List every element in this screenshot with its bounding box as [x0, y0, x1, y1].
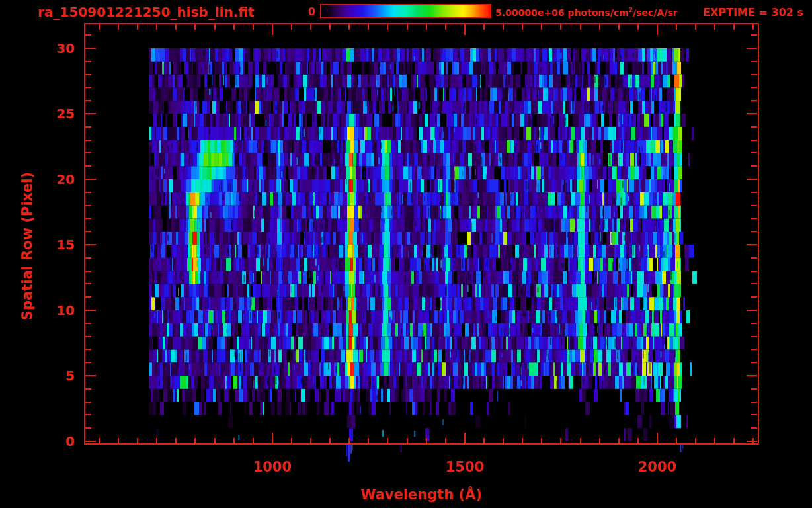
x-axis-title: Wavelength (Å) [360, 487, 482, 503]
y-tick-label: 20 [56, 171, 75, 187]
y-tick-label: 5 [65, 368, 75, 384]
colorbar-units: photons/cm [564, 7, 628, 18]
colorbar-min-label: 0 [308, 5, 315, 18]
x-tick-label: 2000 [638, 459, 676, 475]
x-tick-label: 1500 [446, 459, 484, 475]
colorbar-max-label: 5.00000e+06 photons/cm2/sec/A/sr [495, 7, 677, 18]
x-tick-label: 1000 [253, 459, 292, 475]
y-tick-label: 10 [56, 302, 75, 318]
colorbar-units-suffix: /sec/A/sr [633, 7, 678, 18]
page-title: ra_150901221250_hisb_lin.fit [38, 4, 255, 20]
colorbar-max-value: 5.00000e+06 [495, 7, 564, 18]
y-tick-label: 25 [56, 106, 75, 122]
y-tick-label: 30 [56, 40, 75, 56]
colorbar-gradient [321, 5, 491, 17]
spectral-heatmap-canvas [84, 23, 760, 463]
y-tick-label: 0 [65, 433, 75, 449]
y-axis-title: Spatial Row (Pixel) [19, 172, 35, 320]
colorbar [320, 4, 491, 18]
y-tick-label: 15 [56, 237, 75, 253]
exptime-label: EXPTIME = 302 s [703, 6, 803, 19]
